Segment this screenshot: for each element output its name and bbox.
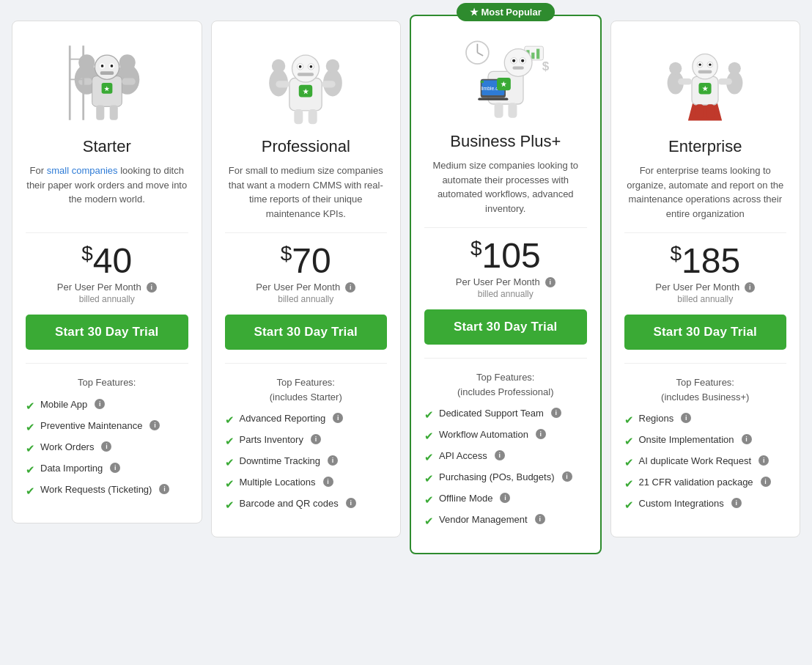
feature-info-icon-4[interactable]: i — [159, 484, 169, 494]
feature-label: Work Requests (Ticketing) — [40, 484, 152, 495]
robot-illustration: ★ — [225, 39, 388, 130]
billed-label: billed annually — [424, 289, 587, 299]
feature-info-icon-0[interactable]: i — [681, 413, 691, 423]
trial-button[interactable]: Start 30 Day Trial — [424, 309, 587, 345]
svg-point-24 — [326, 59, 339, 73]
check-icon: ✔ — [26, 463, 35, 477]
plan-title: Starter — [26, 137, 188, 156]
feature-info-icon-5[interactable]: i — [535, 514, 545, 524]
per-user-info-icon[interactable]: i — [745, 282, 755, 293]
feature-label: Regions — [639, 413, 674, 424]
feature-info-icon-4[interactable]: i — [500, 493, 510, 503]
per-user-info-icon[interactable]: i — [147, 282, 157, 293]
feature-label: 21 CFR validation package — [639, 477, 753, 488]
check-icon: ✔ — [624, 414, 634, 427]
robot-illustration: ★ — [26, 39, 188, 130]
trial-button[interactable]: Start 30 Day Trial — [26, 315, 188, 350]
feature-info-icon-1[interactable]: i — [536, 429, 546, 439]
feature-info-icon-2[interactable]: i — [495, 450, 505, 460]
svg-rect-72 — [698, 70, 712, 73]
svg-rect-35 — [322, 81, 335, 87]
feature-item: ✔ Workflow Automation i — [424, 429, 587, 443]
feature-label: Custom Integrations — [639, 498, 724, 509]
svg-text:★: ★ — [104, 85, 110, 92]
svg-point-1 — [78, 54, 95, 70]
svg-text:★: ★ — [702, 85, 709, 92]
svg-rect-60 — [494, 103, 503, 118]
svg-rect-76 — [718, 78, 732, 85]
feature-info-icon-1[interactable]: i — [742, 434, 752, 444]
trial-button[interactable]: Start 30 Day Trial — [225, 315, 388, 350]
svg-rect-34 — [276, 81, 289, 87]
feature-item: ✔ Mobile App i — [26, 399, 188, 413]
plan-divider — [424, 227, 587, 228]
svg-point-56 — [521, 59, 524, 62]
feature-item: ✔ Parts Inventory i — [225, 434, 388, 448]
feature-label: Dedicated Support Team — [439, 408, 544, 419]
svg-point-7 — [100, 65, 103, 67]
feature-item: ✔ Preventive Maintenance i — [26, 420, 188, 434]
feature-item: ✔ Regions i — [624, 413, 787, 427]
plan-divider — [624, 232, 787, 233]
feature-label: Mobile App — [40, 399, 87, 410]
feature-item: ✔ Data Importing i — [26, 463, 188, 477]
svg-text:$: $ — [542, 59, 549, 73]
features-title: Top Features:(includes Business+) — [624, 375, 787, 404]
feature-item: ✔ Barcode and QR codes i — [225, 498, 388, 512]
feature-label: API Access — [439, 450, 487, 461]
svg-rect-43 — [531, 53, 534, 59]
feature-info-icon-2[interactable]: i — [101, 441, 111, 452]
svg-point-22 — [272, 59, 285, 73]
most-popular-badge: ★ Most Popular — [457, 3, 555, 21]
check-icon: ✔ — [624, 477, 634, 491]
feature-info-icon-2[interactable]: i — [328, 455, 338, 466]
feature-item: ✔ Offline Mode i — [424, 493, 587, 507]
per-user-info-icon[interactable]: i — [345, 282, 355, 293]
feature-label: Work Orders — [40, 441, 94, 452]
feature-info-icon-0[interactable]: i — [95, 399, 105, 409]
feature-info-icon-4[interactable]: i — [731, 498, 742, 508]
feature-label: Advanced Reporting — [240, 413, 326, 424]
plan-description: Medium size companies looking to automat… — [424, 158, 587, 217]
feature-info-icon-3[interactable]: i — [761, 477, 771, 487]
feature-info-icon-0[interactable]: i — [333, 413, 343, 423]
plan-divider — [26, 232, 188, 233]
feature-info-icon-1[interactable]: i — [150, 420, 160, 430]
feature-label: AI duplicate Work Request — [639, 455, 752, 466]
features-title: Top Features: — [26, 375, 188, 390]
per-user-info-icon[interactable]: i — [545, 277, 556, 287]
billed-label: billed annually — [26, 294, 188, 304]
feature-info-icon-3[interactable]: i — [562, 471, 572, 482]
trial-button[interactable]: Start 30 Day Trial — [624, 315, 787, 350]
plan-description: For small companies looking to ditch the… — [26, 164, 188, 222]
feature-label: Offline Mode — [439, 493, 492, 504]
feature-label: Vendor Management — [439, 514, 528, 525]
feature-info-icon-2[interactable]: i — [759, 455, 769, 466]
feature-info-icon-4[interactable]: i — [346, 498, 356, 508]
plan-title: Enterprise — [624, 137, 787, 156]
features-title: Top Features:(includes Starter) — [225, 375, 388, 404]
feature-item: ✔ Purchasing (POs, Budgets) i — [424, 471, 587, 485]
feature-item: ✔ Work Requests (Ticketing) i — [26, 484, 188, 498]
feature-info-icon-1[interactable]: i — [311, 434, 321, 444]
check-icon: ✔ — [26, 400, 35, 413]
robot-illustration: ★ — [624, 39, 787, 130]
per-user-label: Per User Per Month i — [26, 282, 188, 293]
feature-info-icon-3[interactable]: i — [323, 477, 333, 487]
billed-label: billed annually — [624, 294, 787, 304]
svg-rect-78 — [706, 104, 715, 118]
feature-label: Barcode and QR codes — [240, 498, 339, 509]
per-user-label: Per User Per Month i — [225, 282, 388, 293]
feature-info-icon-0[interactable]: i — [551, 408, 561, 418]
feature-info-icon-3[interactable]: i — [110, 463, 120, 473]
features-title: Top Features:(includes Professional) — [424, 370, 587, 399]
svg-rect-77 — [695, 104, 704, 118]
svg-line-40 — [477, 53, 483, 56]
check-icon: ✔ — [26, 485, 35, 498]
feature-item: ✔ Downtime Tracking i — [225, 455, 388, 469]
plan-title: Business Plus+ — [424, 132, 587, 151]
feature-item: ✔ Advanced Reporting i — [225, 413, 388, 427]
svg-rect-51 — [478, 98, 508, 100]
plan-card-enterprise: ★ EnterpriseFor enterprise teams looking… — [610, 21, 801, 537]
check-icon: ✔ — [26, 442, 35, 455]
